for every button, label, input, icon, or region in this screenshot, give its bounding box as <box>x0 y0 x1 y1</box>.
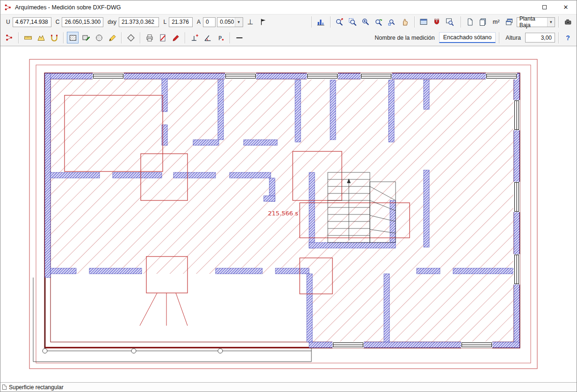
cascade-windows-button[interactable] <box>504 16 515 28</box>
redraw-icon <box>375 18 383 26</box>
page-icon <box>2 385 7 390</box>
new-view-button[interactable] <box>464 16 476 28</box>
height-label: Altura <box>505 35 521 41</box>
circular-surface-button[interactable] <box>93 32 105 43</box>
layers-button[interactable] <box>477 16 489 28</box>
porch-outline <box>33 278 311 362</box>
zoom-window-button[interactable] <box>347 16 359 28</box>
hatched-rectangle-icon <box>69 34 77 42</box>
floor-select[interactable]: Planta Baja ▾ <box>517 17 555 27</box>
measurement-name-field[interactable]: Encachado sótano <box>439 32 496 43</box>
length-field[interactable]: 21.376 <box>169 17 193 27</box>
area-units-button[interactable]: m² <box>490 16 502 28</box>
edit-measure-button[interactable] <box>170 32 181 43</box>
measure-perimeter-button[interactable] <box>48 32 60 43</box>
zoom-region-button[interactable] <box>334 16 346 28</box>
perimeter-arc-icon <box>50 34 58 42</box>
rectangular-surface-button[interactable] <box>67 32 79 43</box>
measurement-name-label: Nombre de la medición <box>375 35 435 41</box>
separator <box>461 16 461 28</box>
separator <box>558 16 559 28</box>
red-strike-page-icon <box>159 34 167 42</box>
camera-icon <box>564 18 572 26</box>
delete-measure-button[interactable] <box>157 32 168 43</box>
maximize-icon <box>542 5 547 9</box>
status-text: Superficie rectangular <box>9 384 64 391</box>
close-icon: ✕ <box>563 4 569 11</box>
zoom-previous-button[interactable] <box>386 16 398 28</box>
angle-field[interactable]: 0 <box>203 17 216 27</box>
separator <box>18 32 19 43</box>
zoom-window-icon <box>348 18 357 26</box>
help-button[interactable]: ? <box>562 32 574 43</box>
c-label: C <box>56 19 60 25</box>
maximize-button[interactable] <box>534 0 555 14</box>
measurement-table-button[interactable] <box>315 16 327 28</box>
svg-text:P: P <box>218 35 222 41</box>
flag-button[interactable] <box>258 16 269 28</box>
floor-select-value: Planta Baja <box>519 15 547 29</box>
l-label: L <box>163 19 166 25</box>
separator <box>499 32 499 43</box>
hatched-circle-icon <box>95 34 103 42</box>
detail-zoom-button[interactable] <box>444 16 456 28</box>
object-snap-button[interactable] <box>431 16 443 28</box>
floor-plan: 215.566 s <box>0 46 577 382</box>
hatch-pencil-icon <box>82 34 90 42</box>
drawing-canvas[interactable]: 215.566 s <box>0 46 577 382</box>
measure-length-button[interactable] <box>22 32 34 43</box>
perpendicular-plus-icon <box>190 34 199 42</box>
count-points-button[interactable] <box>3 32 15 43</box>
height-field[interactable]: 3,00 <box>525 33 555 43</box>
title-bar: Arquímedes - Medición sobre DXF-DWG ✕ <box>0 0 577 14</box>
polygonal-surface-button[interactable] <box>80 32 92 43</box>
separator <box>558 32 559 43</box>
rotate-view-button[interactable] <box>125 32 137 43</box>
cascade-windows-icon <box>505 18 513 26</box>
orthogonal-button[interactable]: ⊥ <box>245 16 256 28</box>
angle-point-button[interactable] <box>202 32 213 43</box>
bar-chart-icon <box>317 18 325 26</box>
new-document-icon <box>466 18 474 26</box>
full-window-button[interactable] <box>418 16 430 28</box>
insert-point-button[interactable] <box>188 32 200 43</box>
u-coordinate-field[interactable]: 4.677,14.938 <box>13 17 51 27</box>
measure-area-button[interactable] <box>35 32 47 43</box>
app-window: Arquímedes - Medición sobre DXF-DWG ✕ U … <box>0 0 577 392</box>
print-button[interactable] <box>144 32 155 43</box>
separator <box>230 32 230 43</box>
a-label: A <box>197 19 201 25</box>
layers-icon <box>479 18 487 26</box>
coordinates-toolbar: U 4.677,14.938 C 26.050,15.300 dxy 21.37… <box>0 14 577 29</box>
reference-point-button[interactable]: P <box>215 32 226 43</box>
capture-button[interactable] <box>562 16 574 28</box>
separator <box>330 16 331 28</box>
separator <box>185 32 185 43</box>
status-bar: Superficie rectangular <box>0 382 577 392</box>
zoom-in-button[interactable] <box>360 16 372 28</box>
angle-icon <box>203 34 212 42</box>
separator <box>140 32 140 43</box>
zoom-in-icon <box>361 18 370 26</box>
pan-button[interactable] <box>399 16 411 28</box>
printer-icon <box>145 34 154 42</box>
zoom-region-icon <box>335 18 344 26</box>
diamond-icon <box>127 34 135 42</box>
snap-value: 0.050 <box>220 19 234 25</box>
redraw-button[interactable] <box>373 16 385 28</box>
line-style-button[interactable] <box>233 32 245 43</box>
draw-surface-button[interactable] <box>106 32 118 43</box>
area-zigzag-icon <box>37 34 45 42</box>
zoom-previous-icon <box>388 18 396 26</box>
window-controls: ✕ <box>534 0 577 14</box>
snap-select[interactable]: 0.050 ▾ <box>217 17 243 27</box>
close-button[interactable]: ✕ <box>555 0 577 14</box>
perpendicular-icon: ⊥ <box>247 18 253 26</box>
dxy-field[interactable]: 21.373,0.362 <box>119 17 159 27</box>
chevron-down-icon: ▾ <box>235 18 243 27</box>
window-view-icon <box>419 18 428 26</box>
c-coordinate-field[interactable]: 26.050,15.300 <box>62 17 103 27</box>
window-title: Arquímedes - Medición sobre DXF-DWG <box>15 4 121 11</box>
separator <box>414 16 415 28</box>
pencil-icon <box>108 34 116 42</box>
